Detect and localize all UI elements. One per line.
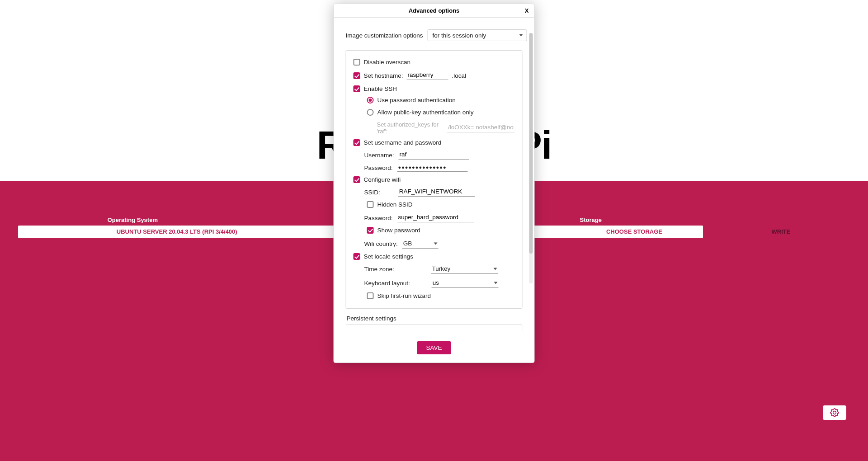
set-locale-checkbox[interactable]	[354, 253, 360, 260]
wifi-country-label: Wifi country:	[364, 240, 398, 247]
scrollbar-thumb[interactable]	[529, 33, 533, 254]
chevron-down-icon	[494, 282, 498, 284]
customization-select[interactable]: for this session only	[428, 29, 527, 41]
hidden-ssid-label: Hidden SSID	[377, 201, 413, 208]
set-user-checkbox[interactable]	[354, 139, 360, 146]
modal-title: Advanced options	[409, 7, 460, 14]
password-label: Password:	[364, 165, 393, 171]
wifi-password-label: Password:	[364, 215, 393, 221]
timezone-select[interactable]: Turkey	[431, 264, 498, 274]
set-user-label: Set username and password	[364, 139, 442, 146]
disable-overscan-checkbox[interactable]	[354, 59, 360, 66]
close-button[interactable]: X	[525, 7, 529, 14]
set-locale-label: Set locale settings	[364, 253, 414, 260]
settings-button[interactable]	[823, 405, 846, 420]
ssh-password-radio-label: Use password authentication	[377, 97, 456, 103]
write-button[interactable]: WRITE	[712, 226, 850, 238]
os-column-label: Operating System	[18, 216, 247, 223]
save-button[interactable]: SAVE	[417, 341, 451, 354]
modal-body: Image customization options for this ses…	[334, 18, 534, 333]
enable-ssh-label: Enable SSH	[364, 85, 397, 92]
ssid-label: SSID:	[364, 189, 380, 196]
timezone-label: Time zone:	[364, 266, 410, 273]
chevron-down-icon	[434, 243, 438, 245]
keyboard-value: us	[433, 279, 439, 286]
username-label: Username:	[364, 152, 394, 159]
write-column-spacer	[705, 216, 850, 223]
chevron-down-icon	[519, 34, 523, 37]
configure-wifi-label: Configure wifi	[364, 176, 401, 183]
keyboard-label: Keyboard layout:	[364, 280, 410, 287]
gear-icon	[830, 408, 839, 417]
skip-wizard-checkbox[interactable]	[367, 292, 374, 299]
customization-label: Image customization options	[346, 32, 423, 39]
username-input[interactable]	[399, 151, 469, 160]
password-input[interactable]: ●●●●●●●●●●●●●●	[397, 164, 468, 172]
wifi-country-value: GB	[403, 240, 412, 247]
enable-ssh-checkbox[interactable]	[354, 85, 360, 92]
modal-footer: SAVE	[334, 333, 534, 362]
disable-overscan-label: Disable overscan	[364, 59, 411, 66]
configure-wifi-checkbox[interactable]	[354, 176, 360, 183]
show-password-label: Show password	[377, 227, 420, 234]
keyboard-select[interactable]: us	[432, 278, 499, 288]
ssh-password-radio[interactable]	[367, 97, 374, 103]
skip-wizard-label: Skip first-run wizard	[377, 292, 431, 299]
wifi-password-input[interactable]	[397, 213, 474, 222]
hostname-suffix: .local	[452, 72, 467, 79]
wifi-country-select[interactable]: GB	[402, 239, 439, 249]
ssid-input[interactable]	[398, 188, 475, 197]
hidden-ssid-checkbox[interactable]	[367, 201, 374, 208]
set-hostname-label: Set hostname:	[364, 72, 403, 79]
persistent-settings-label: Persistent settings	[347, 315, 529, 322]
set-hostname-checkbox[interactable]	[354, 72, 360, 79]
choose-os-button[interactable]: UBUNTU SERVER 20.04.3 LTS (RPI 3/4/400)	[18, 226, 336, 238]
ssh-publickey-radio[interactable]	[367, 109, 374, 116]
authorized-keys-input	[447, 123, 515, 132]
scrollbar-track[interactable]	[529, 33, 533, 283]
chevron-down-icon	[494, 268, 497, 270]
modal-header: Advanced options X	[334, 4, 534, 18]
advanced-options-modal: Advanced options X Image customization o…	[334, 4, 535, 363]
show-password-checkbox[interactable]	[367, 227, 374, 234]
customization-select-value: for this session only	[433, 32, 486, 39]
timezone-value: Turkey	[432, 265, 451, 272]
authorized-keys-label: Set authorized_keys for 'raf':	[377, 121, 443, 135]
ssh-publickey-radio-label: Allow public-key authentication only	[377, 109, 474, 116]
persistent-settings-panel	[346, 325, 523, 331]
options-panel: Disable overscan Set hostname: .local En…	[346, 50, 523, 309]
hostname-input[interactable]	[407, 71, 448, 80]
